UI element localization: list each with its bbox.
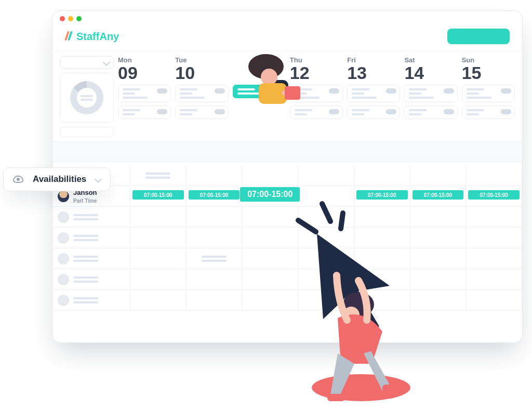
- grid-cell[interactable]: [298, 207, 354, 228]
- badge-icon: [329, 109, 339, 114]
- grid-cell[interactable]: [354, 290, 410, 311]
- grid-cell[interactable]: 07:00-15:00: [410, 186, 466, 207]
- week-summary: Mon 09 Tue 10 Wed 11: [52, 50, 522, 141]
- grid-cell[interactable]: [298, 165, 354, 186]
- grid-cell[interactable]: [130, 290, 186, 311]
- shift-card[interactable]: [404, 85, 457, 102]
- week-sidebar: [60, 56, 114, 137]
- badge-icon: [444, 109, 454, 114]
- grid-cell[interactable]: [466, 207, 522, 228]
- grid-cell[interactable]: 07:00-15:00: [354, 186, 410, 207]
- grid-cell[interactable]: [298, 248, 354, 269]
- grid-col: 07:00-15:00: [130, 165, 187, 311]
- staff-row[interactable]: [52, 248, 130, 269]
- grid-cell[interactable]: [187, 248, 242, 269]
- badge-icon: [386, 109, 396, 114]
- avatar-photo-icon: [58, 191, 69, 202]
- grid-cell[interactable]: [466, 290, 522, 311]
- grid-cell[interactable]: [298, 228, 354, 248]
- day-number: 10: [175, 64, 228, 82]
- grid-cell[interactable]: [130, 165, 186, 186]
- grid-cell[interactable]: [466, 248, 522, 269]
- grid-cell[interactable]: [298, 290, 354, 311]
- shift-card[interactable]: [175, 85, 228, 102]
- day-column-sat: Sat 14: [404, 56, 457, 137]
- grid-cell[interactable]: [466, 269, 522, 290]
- shift-card[interactable]: [347, 105, 400, 119]
- shift-card[interactable]: [118, 105, 171, 119]
- grid-cell[interactable]: 07:00-15:00: [466, 186, 522, 207]
- availabilities-dropdown[interactable]: Availabilities: [3, 167, 111, 191]
- grid-cell[interactable]: [242, 207, 298, 228]
- window-zoom-icon[interactable]: [76, 16, 82, 21]
- day-column-sun: Sun 15: [462, 56, 515, 137]
- grid-cell[interactable]: [298, 269, 354, 290]
- grid-cell[interactable]: [410, 290, 466, 311]
- availabilities-label: Availabilities: [33, 174, 86, 184]
- shift-card[interactable]: [347, 85, 400, 102]
- shift-card[interactable]: [290, 85, 343, 102]
- grid-cell[interactable]: [354, 207, 410, 228]
- grid-cell[interactable]: [187, 207, 242, 228]
- availability-chip-large[interactable]: 07:00-15:00: [240, 187, 300, 202]
- filter-dropdown[interactable]: [60, 56, 114, 69]
- availability-chip[interactable]: 07:00-15:00: [356, 190, 408, 200]
- grid-cell[interactable]: [354, 228, 410, 248]
- staff-row[interactable]: [52, 290, 130, 311]
- grid-cell[interactable]: [242, 290, 298, 311]
- grid-cell[interactable]: [410, 269, 466, 290]
- shift-card[interactable]: [175, 105, 228, 119]
- grid-cell[interactable]: [242, 248, 298, 269]
- grid-cell[interactable]: [242, 269, 298, 290]
- shift-card[interactable]: [462, 85, 515, 102]
- grid-cell[interactable]: [130, 228, 186, 248]
- grid-cell[interactable]: [354, 269, 410, 290]
- grid-cell[interactable]: [410, 165, 466, 186]
- badge-icon: [157, 109, 167, 114]
- grid-cell[interactable]: 07:00-15:00: [242, 186, 298, 207]
- grid-cell[interactable]: [298, 186, 354, 207]
- badge-icon: [215, 109, 225, 114]
- grid-cell[interactable]: [130, 269, 186, 290]
- availability-chip[interactable]: 07:00-15:00: [468, 190, 520, 200]
- grid-cell[interactable]: [410, 248, 466, 269]
- availability-chip[interactable]: 07:00-15:00: [189, 190, 240, 200]
- shift-card[interactable]: [118, 85, 171, 102]
- grid-cell[interactable]: [466, 165, 522, 186]
- progress-ring-icon: [70, 81, 103, 114]
- grid-cell[interactable]: [187, 165, 242, 186]
- staff-row[interactable]: [52, 269, 130, 290]
- grid-cell[interactable]: [242, 165, 298, 186]
- grid-cell[interactable]: [187, 228, 242, 248]
- grid-cell[interactable]: [242, 228, 298, 248]
- staff-row[interactable]: [52, 228, 130, 248]
- grid-cell[interactable]: [187, 269, 242, 290]
- grid-cell[interactable]: [410, 228, 466, 248]
- staff-row[interactable]: [52, 207, 130, 228]
- grid-cell[interactable]: [354, 165, 410, 186]
- grid-cell[interactable]: 07:00-15:00: [187, 186, 242, 207]
- grid-cell[interactable]: [410, 207, 466, 228]
- grid-cell[interactable]: [354, 248, 410, 269]
- day-number: 09: [118, 64, 171, 82]
- shift-card-active[interactable]: 1/1: [233, 85, 286, 98]
- grid-cell[interactable]: 07:00-15:00: [130, 186, 186, 207]
- grid-cell[interactable]: [130, 207, 186, 228]
- avatar-icon: [58, 211, 69, 223]
- shift-card[interactable]: [462, 105, 515, 119]
- availability-chip[interactable]: 07:00-15:00: [132, 190, 184, 200]
- badge-icon: [501, 88, 511, 94]
- window-close-icon[interactable]: [60, 16, 65, 21]
- placeholder-line: [81, 99, 93, 101]
- grid-cell[interactable]: [466, 228, 522, 248]
- shift-card[interactable]: [290, 105, 343, 119]
- grid-cell[interactable]: [130, 248, 186, 269]
- window-minimize-icon[interactable]: [68, 16, 73, 21]
- day-column-wed: Wed 11 1/1: [233, 56, 286, 137]
- primary-cta-button[interactable]: [447, 29, 510, 44]
- availability-chip[interactable]: 07:00-15:00: [413, 190, 464, 200]
- brand-name: StaffAny: [76, 31, 119, 43]
- shift-card[interactable]: [404, 105, 457, 119]
- grid-cell[interactable]: [187, 290, 242, 311]
- brand-logo[interactable]: StaffAny: [65, 31, 119, 43]
